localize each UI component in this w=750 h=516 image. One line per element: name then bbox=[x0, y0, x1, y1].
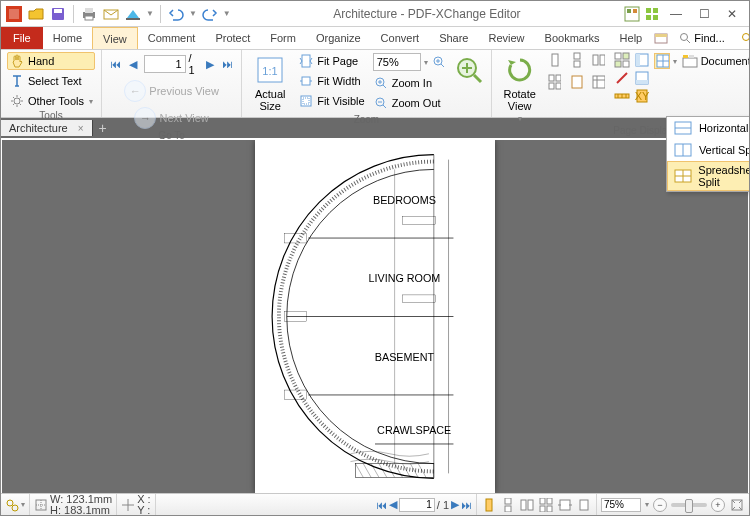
horizontal-split-item[interactable]: Horizontal Split bbox=[667, 117, 750, 139]
file-tab[interactable]: File bbox=[1, 27, 43, 49]
email-icon[interactable] bbox=[102, 5, 120, 23]
next-view[interactable]: →Next View bbox=[132, 106, 210, 130]
split-icon[interactable] bbox=[654, 53, 670, 69]
undo-dropdown-icon[interactable]: ▼ bbox=[189, 9, 197, 18]
menu-home[interactable]: Home bbox=[43, 27, 92, 49]
svg-rect-86 bbox=[540, 506, 545, 512]
layout-a-icon[interactable] bbox=[634, 52, 650, 68]
zoom-out-button[interactable]: Zoom Out bbox=[371, 94, 449, 112]
menu-convert[interactable]: Convert bbox=[371, 27, 430, 49]
minimize-button[interactable]: — bbox=[663, 4, 689, 24]
sb-prev-icon[interactable]: ◀ bbox=[389, 498, 397, 511]
open-icon[interactable] bbox=[27, 5, 45, 23]
menu-help[interactable]: Help bbox=[610, 27, 653, 49]
menu-organize[interactable]: Organize bbox=[306, 27, 371, 49]
svg-rect-42 bbox=[615, 61, 621, 67]
sb-first-icon[interactable]: ⏮ bbox=[376, 499, 387, 511]
ui-options-icon[interactable] bbox=[623, 5, 641, 23]
sb-zoom-input[interactable] bbox=[601, 498, 641, 512]
two-continuous-icon[interactable] bbox=[546, 74, 562, 90]
tools-group-label: Tools bbox=[7, 110, 95, 121]
prev-page-icon[interactable]: ◀ bbox=[126, 56, 141, 72]
find-button[interactable]: Find... bbox=[672, 28, 732, 48]
menu-review[interactable]: Review bbox=[478, 27, 534, 49]
quickfind-icon[interactable] bbox=[652, 29, 670, 47]
sb-next-icon[interactable]: ▶ bbox=[451, 498, 459, 511]
sb-fit-icon[interactable] bbox=[576, 497, 592, 513]
cover-icon[interactable] bbox=[590, 74, 606, 90]
redo-icon[interactable] bbox=[201, 5, 219, 23]
sb-cont-icon[interactable] bbox=[500, 497, 516, 513]
sb-fitw-icon[interactable] bbox=[557, 497, 573, 513]
actual-size-button[interactable]: 1:1 Actual Size bbox=[248, 52, 292, 114]
search-button[interactable]: Search... bbox=[734, 28, 750, 48]
continuous-icon[interactable] bbox=[568, 52, 584, 68]
menu-protect[interactable]: Protect bbox=[205, 27, 260, 49]
horizontal-split-label: Horizontal Split bbox=[699, 122, 750, 134]
document-tabs-button[interactable]: Document Tabs▾ bbox=[680, 52, 750, 70]
qat-dropdown-icon[interactable]: ▼ bbox=[146, 9, 154, 18]
vertical-split-item[interactable]: Vertical Split bbox=[667, 139, 750, 161]
rotate-view-button[interactable]: Rotate View▾ bbox=[498, 52, 542, 125]
status-bar: ▾ W: 123.1mmH: 183.1mm X :Y : ⏮ ◀ / 1 ▶ … bbox=[1, 493, 749, 515]
gaps-icon[interactable] bbox=[568, 74, 584, 90]
crosshair-icon bbox=[121, 498, 135, 512]
zoom-combo[interactable] bbox=[373, 53, 421, 71]
document-tab[interactable]: Architecture× bbox=[1, 120, 93, 136]
single-page-icon[interactable] bbox=[546, 52, 562, 68]
menu-form[interactable]: Form bbox=[260, 27, 306, 49]
sb-zoom-dd-icon[interactable]: ▾ bbox=[645, 500, 649, 509]
sb-zoom-out-icon[interactable]: − bbox=[653, 498, 667, 512]
fit-visible-button[interactable]: Fit Visible bbox=[296, 92, 366, 110]
scan-icon[interactable] bbox=[124, 5, 142, 23]
launch-icon[interactable] bbox=[643, 5, 661, 23]
guides-icon[interactable] bbox=[614, 70, 630, 86]
other-tools[interactable]: Other Tools▾ bbox=[7, 92, 95, 110]
split-dropdown-icon[interactable]: ▾ bbox=[673, 57, 677, 66]
hand-label: Hand bbox=[28, 55, 54, 67]
save-icon[interactable] bbox=[49, 5, 67, 23]
menu-bookmarks[interactable]: Bookmarks bbox=[535, 27, 610, 49]
zoom-plus-icon[interactable] bbox=[431, 54, 447, 70]
hand-tool[interactable]: Hand bbox=[7, 52, 95, 70]
layout-b-icon[interactable] bbox=[634, 70, 650, 86]
autoscroll-icon[interactable]: XY bbox=[634, 88, 650, 104]
two-pages-icon[interactable] bbox=[590, 52, 606, 68]
page-number-input[interactable] bbox=[144, 55, 186, 73]
fit-page-button[interactable]: Fit Page bbox=[296, 52, 366, 70]
menu-share[interactable]: Share bbox=[429, 27, 478, 49]
undo-icon[interactable] bbox=[167, 5, 185, 23]
pdf-page: BEDROOMS LIVING ROOM BASEMENT CRAWLSPACE bbox=[255, 140, 495, 493]
document-viewport[interactable]: BEDROOMS LIVING ROOM BASEMENT CRAWLSPACE bbox=[2, 140, 748, 493]
sb-two-icon[interactable] bbox=[519, 497, 535, 513]
maximize-button[interactable]: ☐ bbox=[691, 4, 717, 24]
sb-zoom-fit-icon[interactable] bbox=[729, 497, 745, 513]
zoom-dropdown-icon[interactable]: ▾ bbox=[424, 58, 428, 67]
sb-page-input[interactable] bbox=[399, 498, 435, 512]
select-text-tool[interactable]: Select Text bbox=[7, 72, 95, 90]
zoom-marquee-button[interactable] bbox=[453, 52, 485, 88]
sb-last-icon[interactable]: ⏭ bbox=[461, 499, 472, 511]
tab-close-icon[interactable]: × bbox=[78, 123, 84, 134]
thumbnails-icon[interactable] bbox=[614, 52, 630, 68]
sb-zoom-in-icon[interactable]: + bbox=[711, 498, 725, 512]
zoom-in-button[interactable]: Zoom In bbox=[371, 74, 449, 92]
last-page-icon[interactable]: ⏭ bbox=[220, 56, 235, 72]
rulers-icon[interactable] bbox=[614, 88, 630, 104]
architecture-drawing: BEDROOMS LIVING ROOM BASEMENT CRAWLSPACE bbox=[255, 140, 495, 493]
sb-options[interactable]: ▾ bbox=[1, 494, 30, 515]
fit-width-button[interactable]: Fit Width bbox=[296, 72, 366, 90]
print-icon[interactable] bbox=[80, 5, 98, 23]
sb-zoom-slider[interactable] bbox=[671, 503, 707, 507]
sb-twocont-icon[interactable] bbox=[538, 497, 554, 513]
sb-single-icon[interactable] bbox=[481, 497, 497, 513]
menu-view[interactable]: View bbox=[92, 27, 138, 49]
next-page-icon[interactable]: ▶ bbox=[203, 56, 218, 72]
horizontal-split-icon bbox=[673, 120, 693, 136]
previous-view[interactable]: ←Previous View bbox=[122, 79, 221, 103]
menu-comment[interactable]: Comment bbox=[138, 27, 206, 49]
close-button[interactable]: ✕ bbox=[719, 4, 745, 24]
spreadsheet-split-item[interactable]: Spreadsheet Split bbox=[667, 161, 750, 191]
redo-dropdown-icon[interactable]: ▼ bbox=[223, 9, 231, 18]
first-page-icon[interactable]: ⏮ bbox=[108, 56, 123, 72]
